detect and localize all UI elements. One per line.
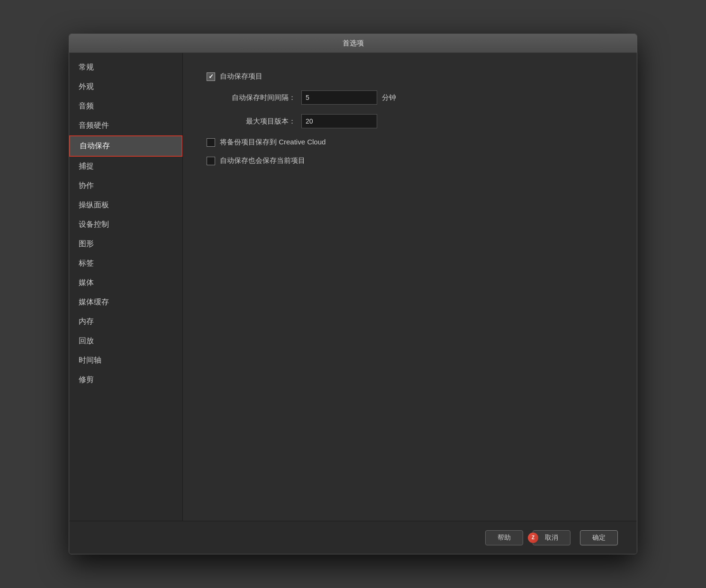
- creative-cloud-wrapper[interactable]: 将备份项目保存到 Creative Cloud: [207, 138, 326, 147]
- max-versions-row: 最大项目版本：: [220, 114, 613, 128]
- sidebar-item-media-cache[interactable]: 媒体缓存: [69, 293, 182, 312]
- sidebar-item-memory[interactable]: 内存: [69, 312, 182, 331]
- main-panel: 自动保存项目 自动保存时间间隔： 分钟 最大项目版本： 将备份项目保存到 Cre…: [183, 53, 637, 521]
- sidebar-item-audio[interactable]: 音频: [69, 97, 182, 116]
- interval-input[interactable]: [301, 90, 377, 105]
- auto-save-label: 自动保存项目: [220, 72, 262, 81]
- cancel-button-container: Z 取消: [533, 530, 570, 545]
- max-versions-label: 最大项目版本：: [220, 117, 296, 126]
- sidebar-item-general[interactable]: 常规: [69, 58, 182, 77]
- sidebar: 常规外观音频音频硬件自动保存捕捉协作操纵面板设备控制图形标签媒体媒体缓存内存回放…: [69, 53, 183, 521]
- ok-button[interactable]: 确定: [580, 530, 618, 545]
- sidebar-item-graphics[interactable]: 图形: [69, 234, 182, 254]
- preferences-window: 首选项 常规外观音频音频硬件自动保存捕捉协作操纵面板设备控制图形标签媒体媒体缓存…: [69, 34, 637, 554]
- max-versions-input[interactable]: [301, 114, 377, 128]
- creative-cloud-row: 将备份项目保存到 Creative Cloud: [207, 138, 613, 147]
- sidebar-item-playback[interactable]: 回放: [69, 331, 182, 351]
- save-current-checkbox[interactable]: [207, 157, 215, 165]
- sidebar-item-auto-save[interactable]: 自动保存: [69, 135, 182, 157]
- sidebar-item-control-panel[interactable]: 操纵面板: [69, 196, 182, 215]
- auto-save-checkbox-wrapper[interactable]: 自动保存项目: [207, 72, 262, 81]
- content-area: 常规外观音频音频硬件自动保存捕捉协作操纵面板设备控制图形标签媒体媒体缓存内存回放…: [69, 53, 637, 521]
- creative-cloud-label: 将备份项目保存到 Creative Cloud: [220, 138, 326, 147]
- auto-save-checkbox[interactable]: [207, 72, 215, 81]
- sidebar-item-appearance[interactable]: 外观: [69, 77, 182, 97]
- save-current-label: 自动保存也会保存当前项目: [220, 156, 305, 165]
- sidebar-item-device-control[interactable]: 设备控制: [69, 215, 182, 234]
- creative-cloud-checkbox[interactable]: [207, 138, 215, 147]
- auto-save-row: 自动保存项目: [207, 72, 613, 81]
- sidebar-item-labels[interactable]: 标签: [69, 254, 182, 273]
- sidebar-item-trim[interactable]: 修剪: [69, 370, 182, 390]
- help-button[interactable]: 帮助: [485, 530, 523, 545]
- sidebar-item-media[interactable]: 媒体: [69, 273, 182, 293]
- interval-row: 自动保存时间间隔： 分钟: [220, 90, 613, 105]
- sidebar-item-collaboration[interactable]: 协作: [69, 176, 182, 196]
- cancel-button[interactable]: 取消: [533, 530, 570, 545]
- sidebar-item-capture[interactable]: 捕捉: [69, 157, 182, 176]
- titlebar: 首选项: [69, 34, 637, 53]
- window-title: 首选项: [343, 39, 364, 48]
- interval-unit: 分钟: [382, 93, 396, 102]
- interval-label: 自动保存时间间隔：: [220, 93, 296, 102]
- sidebar-item-timeline[interactable]: 时间轴: [69, 351, 182, 370]
- save-current-wrapper[interactable]: 自动保存也会保存当前项目: [207, 156, 305, 165]
- footer: 帮助 Z 取消 确定: [69, 521, 637, 554]
- save-current-row: 自动保存也会保存当前项目: [207, 156, 613, 165]
- sidebar-item-audio-hardware[interactable]: 音频硬件: [69, 116, 182, 135]
